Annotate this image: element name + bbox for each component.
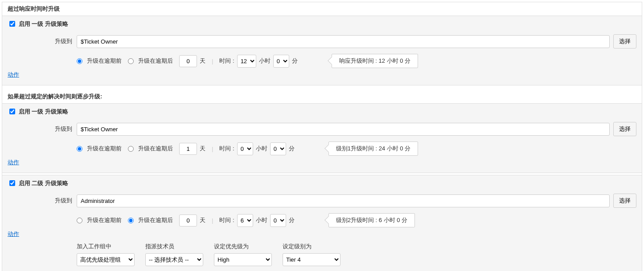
separator: |	[212, 58, 213, 65]
set-level-select[interactable]: Tier 4	[283, 253, 340, 266]
escalation-settings: 超过响应时间时升级 启用 一级 升级策略 升级到 选择 升级在逾期前 升级在逾期…	[2, 2, 642, 271]
response-level1-block: 启用 一级 升级策略 升级到 选择 升级在逾期前 升级在逾期后 天 | 时间 :…	[2, 16, 642, 85]
hours-select[interactable]: 0	[237, 142, 253, 155]
select-button[interactable]: 选择	[613, 34, 636, 49]
set-priority-label: 设定优先级为	[214, 243, 272, 251]
resolution-level1-enable-checkbox[interactable]	[9, 109, 15, 114]
minutes-unit: 分	[289, 216, 295, 224]
time-label: 时间 :	[219, 57, 234, 65]
after-due-radio[interactable]	[128, 58, 134, 64]
escalate-to-input[interactable]	[77, 123, 610, 136]
escalate-to-input[interactable]	[77, 35, 610, 48]
after-due-radio[interactable]	[128, 146, 134, 152]
resolution-level2-block: 启用 二级 升级策略 升级到 选择 升级在逾期前 升级在逾期后 天 | 时间 :…	[2, 175, 642, 271]
time-label: 时间 :	[219, 216, 234, 224]
response-escalation-header: 超过响应时间时升级	[2, 2, 642, 16]
response-level1-enable-label: 启用 一级 升级策略	[19, 20, 68, 27]
resolution-level1-enable-label: 启用 一级 升级策略	[19, 108, 68, 115]
before-due-radio[interactable]	[77, 58, 82, 64]
after-due-radio[interactable]	[128, 218, 134, 223]
action-link[interactable]: 动作	[8, 158, 636, 166]
join-group-label: 加入工作组中	[77, 243, 135, 251]
assign-tech-select[interactable]: -- 选择技术员 --	[145, 253, 203, 266]
hours-unit: 小时	[256, 145, 267, 153]
minutes-unit: 分	[289, 145, 295, 153]
before-due-label: 升级在逾期前	[87, 216, 122, 224]
days-unit: 天	[200, 216, 205, 224]
minutes-select[interactable]: 0	[270, 214, 286, 227]
after-due-label: 升级在逾期后	[138, 57, 173, 65]
resolution-level1-block: 启用 一级 升级策略 升级到 选择 升级在逾期前 升级在逾期后 天 | 时间 :…	[2, 103, 642, 173]
hours-unit: 小时	[256, 216, 267, 224]
level2-actions: 加入工作组中 高优先级处理组 指派技术员 -- 选择技术员 -- 设定优先级为 …	[77, 238, 636, 266]
escalate-to-label: 升级到	[8, 125, 77, 133]
assign-tech-label: 指派技术员	[145, 243, 203, 251]
days-input[interactable]	[179, 143, 197, 155]
before-due-label: 升级在逾期前	[87, 57, 122, 65]
hours-unit: 小时	[259, 57, 271, 65]
days-unit: 天	[200, 57, 205, 65]
join-group-select[interactable]: 高优先级处理组	[77, 253, 135, 266]
minutes-unit: 分	[292, 57, 298, 65]
escalate-to-label: 升级到	[8, 37, 77, 45]
set-level-label: 设定级别为	[283, 243, 340, 251]
days-input[interactable]	[179, 55, 197, 67]
before-due-label: 升级在逾期前	[87, 145, 122, 153]
response-level1-enable-checkbox[interactable]	[9, 21, 15, 27]
resolution-level2-enable-label: 启用 二级 升级策略	[19, 180, 68, 186]
resolution-level2-enable-checkbox[interactable]	[9, 180, 15, 186]
escalate-to-input[interactable]	[77, 194, 610, 207]
select-button[interactable]: 选择	[613, 122, 636, 136]
action-link[interactable]: 动作	[8, 71, 636, 79]
after-due-label: 升级在逾期后	[138, 145, 173, 153]
time-label: 时间 :	[219, 145, 234, 153]
select-button[interactable]: 选择	[613, 194, 636, 208]
before-due-radio[interactable]	[77, 146, 82, 152]
escalation-time-badge: 响应升级时间 : 12 小时 0 分	[332, 54, 418, 68]
resolution-escalation-header: 如果超过规定的解决时间则逐步升级:	[2, 90, 642, 103]
set-priority-select[interactable]: High	[214, 253, 272, 266]
escalation-time-badge: 级别2升级时间 : 6 小时 0 分	[328, 213, 415, 227]
action-link[interactable]: 动作	[8, 230, 636, 238]
after-due-label: 升级在逾期后	[138, 216, 173, 224]
days-unit: 天	[200, 145, 205, 153]
minutes-select[interactable]: 0	[273, 55, 289, 68]
hours-select[interactable]: 6	[237, 214, 253, 227]
minutes-select[interactable]: 0	[270, 142, 286, 155]
separator: |	[212, 217, 213, 224]
separator: |	[212, 146, 213, 152]
before-due-radio[interactable]	[77, 218, 82, 223]
escalate-to-label: 升级到	[8, 197, 77, 205]
hours-select[interactable]: 12	[237, 55, 256, 68]
days-input[interactable]	[179, 214, 197, 227]
escalation-time-badge: 级别1升级时间 : 24 小时 0 分	[328, 142, 418, 156]
